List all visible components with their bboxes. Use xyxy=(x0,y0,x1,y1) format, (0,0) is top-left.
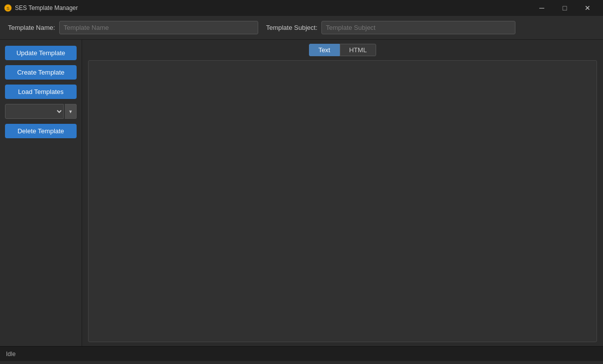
app-icon: S xyxy=(4,4,12,12)
tab-text[interactable]: Text xyxy=(309,44,340,56)
status-text: Idle xyxy=(6,351,15,358)
window-controls: ─ □ ✕ xyxy=(530,0,599,16)
header: Template Name: Template Subject: xyxy=(0,16,603,40)
content-area: Text HTML xyxy=(82,40,603,346)
minimize-button[interactable]: ─ xyxy=(530,0,553,16)
main-layout: Update Template Create Template Load Tem… xyxy=(0,40,603,346)
template-subject-input[interactable] xyxy=(321,21,515,34)
load-templates-button[interactable]: Load Templates xyxy=(5,85,77,99)
title-bar: S SES Template Manager ─ □ ✕ xyxy=(0,0,603,16)
delete-template-button[interactable]: Delete Template xyxy=(5,124,77,138)
template-subject-group: Template Subject: xyxy=(266,21,515,34)
status-bar: Idle xyxy=(0,346,603,361)
svg-text:S: S xyxy=(6,6,9,11)
template-dropdown-row: ▾ xyxy=(5,104,77,119)
template-select[interactable] xyxy=(5,104,64,119)
template-subject-label: Template Subject: xyxy=(266,24,317,31)
template-name-group: Template Name: xyxy=(8,21,258,34)
close-button[interactable]: ✕ xyxy=(576,0,599,16)
sidebar: Update Template Create Template Load Tem… xyxy=(0,40,82,346)
create-template-button[interactable]: Create Template xyxy=(5,65,77,80)
chevron-down-icon: ▾ xyxy=(69,108,72,115)
app-title: SES Template Manager xyxy=(15,4,530,11)
dropdown-arrow-button[interactable]: ▾ xyxy=(65,104,77,119)
tab-html[interactable]: HTML xyxy=(340,44,376,56)
template-name-input[interactable] xyxy=(59,21,258,34)
editor-area[interactable] xyxy=(88,60,597,342)
template-name-label: Template Name: xyxy=(8,24,55,31)
maximize-button[interactable]: □ xyxy=(553,0,576,16)
tab-row: Text HTML xyxy=(88,44,597,56)
update-template-button[interactable]: Update Template xyxy=(5,46,77,60)
